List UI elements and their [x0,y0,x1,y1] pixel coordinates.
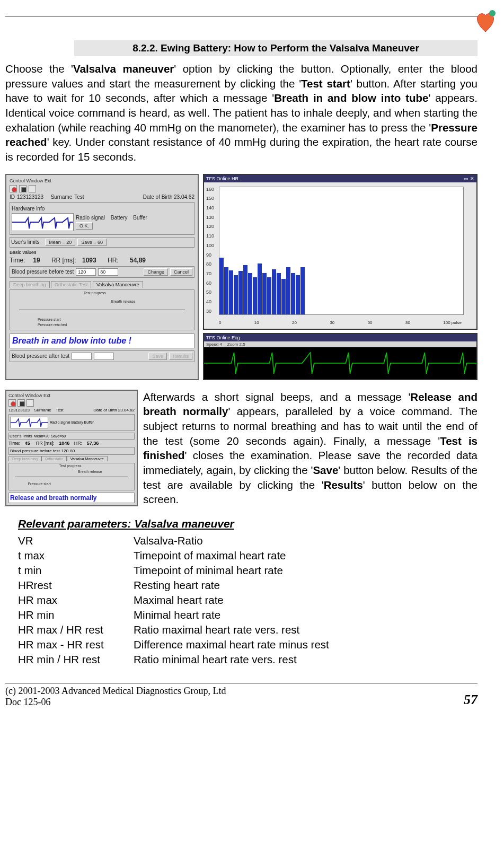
tab-valsalva[interactable]: Valsalva Manoeuvre [93,281,143,288]
ecg-panel: TFS Online Ecg Speed 4 Zoom 2.5 [203,333,478,380]
logo [472,8,499,34]
bold: Breath in and blow into tube [274,92,428,104]
parameters-title: Relevant parameters: Valsalva maneuver [18,517,478,530]
figure-row-2: Control Window Ext 123123123 Surname Tes… [5,390,478,507]
tab-orthostatic[interactable]: Orthostatic Test [51,281,91,288]
paragraph-2: Afterwards a short signal beeps, and a m… [143,390,478,507]
results-button[interactable]: Results [169,353,192,360]
hardware-panel: Hardware info Radio signal Battery Buffe… [10,202,194,235]
section-title: 8.2.2. Ewing Battery: How to Perform the… [74,40,478,56]
table-row: HR maxMaximal heart rate [18,593,333,608]
rr-value: 1093 [82,257,96,264]
svg-rect-1 [204,347,476,376]
table-row: t maxTimepoint of maximal heart rate [18,548,333,563]
table-row: VRValsalva-Ratio [18,533,333,548]
hardware-wave [12,213,74,231]
table-row: HR max / HR restRatio maximal heart rate… [18,622,333,637]
hr-value: 54,89 [130,257,146,264]
time-value: 19 [33,257,40,264]
id-value: 123123123 [17,194,43,200]
test-progress-panel: Test progress Pressure start Pressure re… [10,289,194,330]
parameters-table: VRValsalva-Ratiot maxTimepoint of maxima… [18,533,333,667]
change-button[interactable]: Change [144,268,168,276]
screenshot-charts: TFS Online HR▭ ✕ 16015014013012011010090… [203,174,478,380]
bold: Test start [301,77,350,90]
ok-button[interactable]: O.K. [76,222,93,230]
id-label: ID [10,194,15,200]
text: Choose the ' [5,63,73,75]
x-axis-labels: 01020305080100 pulse [204,319,476,325]
table-row: t minTimepoint of minimal heart rate [18,563,333,578]
page-footer: (c) 2001-2003 Advanced Medical Diagnosti… [5,686,478,708]
cancel-button[interactable]: Cancel [170,268,192,276]
paragraph-1: Choose the 'Valsalva maneuver' option by… [5,62,478,164]
bp-dia-field[interactable]: 80 [98,268,118,276]
copyright: (c) 2001-2003 Advanced Medical Diagnosti… [5,686,226,697]
dob-label: Date of Birth 23.04.62 [143,194,194,200]
table-row: HR minMinimal heart rate [18,608,333,622]
surname-value: Test [74,194,84,200]
y-axis-labels: 16015014013012011010090807060504030 [206,187,214,314]
table-row: HR max - HR restDifference maximal heart… [18,637,333,652]
bold: Valsalva maneuver [73,63,174,75]
screenshot-small-panel: Control Window Ext 123123123 Surname Tes… [5,390,138,506]
hr-chart: TFS Online HR▭ ✕ 16015014013012011010090… [203,174,478,330]
doc-id: Doc 125-06 [5,697,226,708]
menu-bar: Control Window Ext [10,178,194,183]
chart-bars [219,187,463,314]
bp-sys-field[interactable]: 120 [76,268,96,276]
figure-row-1: Control Window Ext ID 123123123 Surname … [5,174,478,380]
hardware-label: Hardware info [12,206,45,212]
bottom-rule [5,683,478,683]
instruction-banner-1: Breath in and blow into tube ! [10,333,194,348]
svg-point-0 [489,10,496,16]
text: ' key. Under constant resistance of 40 m… [5,136,478,163]
instruction-banner-2: Release and breath normally [8,493,135,503]
top-rule [5,16,478,16]
record-buttons [10,185,194,192]
page-number: 57 [464,692,478,708]
table-row: HR min / HR restRatio minimal heart rate… [18,652,333,667]
surname-label: Surname [51,194,73,200]
screenshot-main-panel: Control Window Ext ID 123123123 Surname … [5,174,199,380]
tab-deep-breathing[interactable]: Deep breathing [10,281,50,288]
table-row: HRrestResting heart rate [18,578,333,593]
ecg-wave [204,347,476,376]
save-button[interactable]: Save [148,353,167,360]
